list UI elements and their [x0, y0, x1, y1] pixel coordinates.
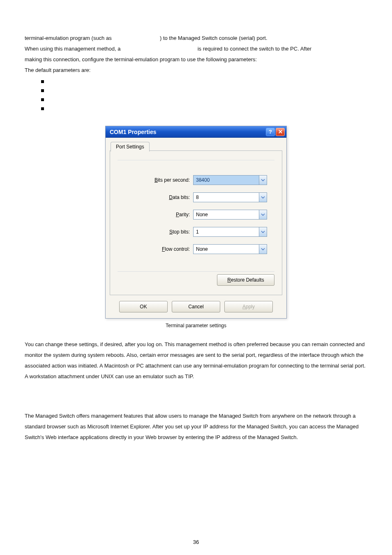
intro-line-3: making this connection, configure the te… — [25, 54, 367, 65]
btn-rest: estore Defaults — [231, 277, 264, 283]
chevron-down-icon[interactable] — [259, 210, 267, 220]
bullet-icon — [41, 80, 44, 83]
intro-text-2b: is required to connect the switch to the… — [198, 46, 311, 52]
intro-paragraph: terminal-emulation program (such as ) to… — [25, 33, 367, 76]
label-rest: low control: — [165, 246, 190, 252]
field-data-bits: Data bits: 8 — [121, 192, 271, 202]
field-label: Stop bits: — [121, 229, 193, 235]
spacer — [25, 328, 367, 339]
chevron-down-icon[interactable] — [259, 175, 267, 185]
intro-text-2a: When using this management method, a — [25, 46, 122, 52]
field-label: Bits per second: — [121, 177, 193, 183]
combo-value: None — [193, 244, 259, 254]
apply-button[interactable]: Apply — [224, 301, 273, 312]
mnemonic: A — [242, 304, 246, 310]
dialog-body: Port Settings Bits per second: 38400 — [106, 138, 286, 318]
field-label: Flow control: — [121, 246, 193, 252]
help-button[interactable]: ? — [266, 128, 275, 136]
figure-caption: Terminal parameter settings — [25, 323, 367, 328]
list-item — [41, 86, 367, 95]
chevron-down-icon[interactable] — [259, 227, 267, 237]
dialog-button-row: OK Cancel Apply — [110, 301, 282, 312]
restore-row: Restore Defaults — [118, 274, 274, 286]
field-label: Parity: — [121, 212, 193, 217]
tab-strip: Port Settings — [110, 141, 282, 151]
list-item — [41, 104, 367, 113]
btn-rest: pply — [246, 304, 255, 310]
label-rest: ata bits: — [173, 194, 190, 200]
close-button[interactable]: ✕ — [276, 128, 285, 136]
cancel-button[interactable]: Cancel — [172, 301, 220, 312]
intro-text-1b: ) to the Managed Switch console (serial)… — [160, 35, 267, 41]
field-stop-bits: Stop bits: 1 — [121, 227, 271, 237]
bullet-icon — [41, 98, 44, 101]
intro-line-1: terminal-emulation program (such as ) to… — [25, 33, 367, 44]
parity-combo[interactable]: None — [193, 210, 267, 220]
chevron-down-icon[interactable] — [259, 244, 267, 254]
mnemonic: B — [154, 177, 158, 183]
intro-line-2: When using this management method, a is … — [25, 44, 367, 54]
help-icon: ? — [269, 129, 272, 135]
bullet-list — [41, 77, 367, 113]
flow-control-combo[interactable]: None — [193, 244, 267, 254]
data-bits-combo[interactable]: 8 — [193, 192, 267, 202]
combo-value: 1 — [193, 227, 259, 237]
fields-group: Bits per second: 38400 Data — [118, 160, 274, 272]
intro-text-1a: terminal-emulation program (such as — [25, 35, 113, 41]
mnemonic: D — [169, 194, 173, 200]
tab-page: Bits per second: 38400 Data — [110, 150, 282, 295]
restore-defaults-button[interactable]: Restore Defaults — [217, 274, 274, 286]
intro-line-4: The default parameters are: — [25, 65, 367, 76]
field-bits-per-second: Bits per second: 38400 — [121, 175, 271, 185]
field-flow-control: Flow control: None — [121, 244, 271, 254]
combo-value: None — [193, 210, 259, 220]
mnemonic: P — [176, 212, 179, 217]
mnemonic: R — [227, 277, 231, 283]
label-rest: arity: — [179, 212, 190, 217]
dialog-title-text: COM1 Properties — [110, 129, 265, 135]
paragraph-3: The Managed Switch offers management fea… — [25, 411, 367, 443]
combo-value: 8 — [193, 192, 259, 202]
stop-bits-combo[interactable]: 1 — [193, 227, 267, 237]
list-item — [41, 77, 367, 86]
mnemonic: S — [169, 229, 173, 235]
page-number: 36 — [0, 539, 392, 545]
btn-label: Cancel — [188, 304, 203, 310]
list-item — [41, 95, 367, 104]
tab-label-text: Port Settings — [116, 144, 144, 150]
dialog-titlebar[interactable]: COM1 Properties ? ✕ — [106, 126, 286, 138]
com1-properties-dialog: COM1 Properties ? ✕ Port Settings — [105, 126, 287, 319]
tab-port-settings[interactable]: Port Settings — [111, 142, 150, 152]
close-icon: ✕ — [278, 129, 283, 135]
field-parity: Parity: None — [121, 210, 271, 220]
spacer — [25, 382, 367, 411]
label-rest: top bits: — [173, 229, 190, 235]
btn-label: OK — [140, 304, 147, 310]
paragraph-2: You can change these settings, if desire… — [25, 339, 367, 382]
chevron-down-icon[interactable] — [259, 192, 267, 202]
bits-per-second-combo[interactable]: 38400 — [193, 175, 267, 185]
field-label: Data bits: — [121, 194, 193, 200]
ok-button[interactable]: OK — [119, 301, 168, 312]
bullet-icon — [41, 107, 44, 110]
dialog-wrapper: COM1 Properties ? ✕ Port Settings — [0, 126, 392, 319]
page: terminal-emulation program (such as ) to… — [0, 0, 392, 555]
bullet-icon — [41, 89, 44, 92]
label-rest: its per second: — [158, 177, 190, 183]
combo-value: 38400 — [193, 175, 259, 185]
